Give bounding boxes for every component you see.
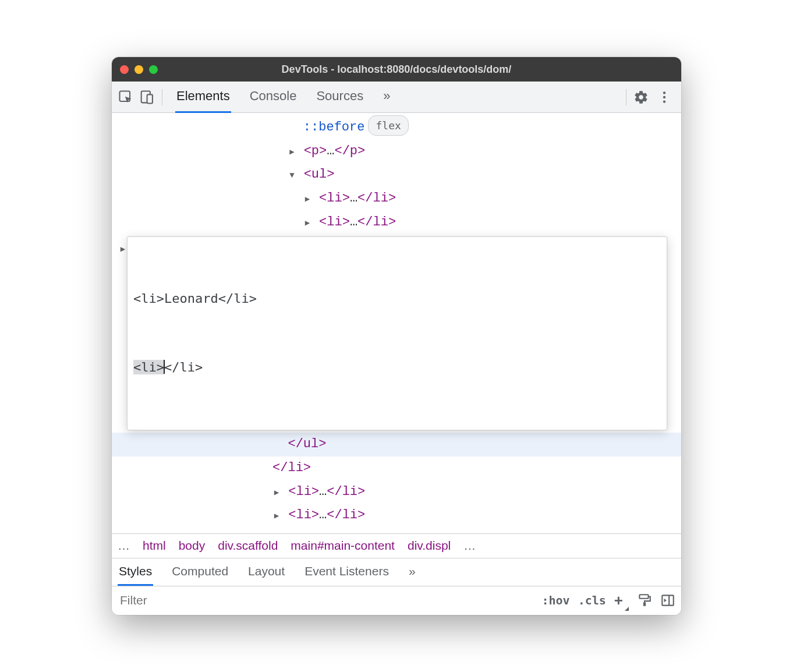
class-toggle-button[interactable]: .cls: [578, 593, 606, 607]
ul-close-row[interactable]: </ul>: [112, 433, 681, 457]
breadcrumb-overflow-right[interactable]: …: [463, 539, 476, 553]
close-window-button[interactable]: [120, 65, 129, 74]
layout-badge[interactable]: flex: [368, 115, 408, 136]
expand-caret-icon[interactable]: [288, 145, 296, 160]
svg-rect-6: [639, 595, 648, 599]
styles-tab-layout[interactable]: Layout: [247, 558, 286, 586]
breadcrumb-item[interactable]: html: [143, 539, 166, 553]
svg-point-5: [663, 100, 665, 102]
hover-toggle-button[interactable]: :hov: [541, 593, 569, 607]
styles-filter-input[interactable]: [118, 590, 533, 610]
svg-rect-7: [643, 603, 646, 607]
styles-tab-styles[interactable]: Styles: [118, 558, 153, 586]
expand-caret-icon[interactable]: [272, 509, 281, 524]
styles-tab-event-listeners[interactable]: Event Listeners: [303, 558, 390, 586]
pseudo-selector: ::before: [303, 120, 365, 135]
pseudo-before-row[interactable]: ::beforeflex: [112, 115, 681, 140]
ul-open-row[interactable]: <ul>: [112, 163, 681, 187]
styles-tab-computed[interactable]: Computed: [171, 558, 229, 586]
tab-elements[interactable]: Elements: [175, 82, 231, 113]
expand-caret-icon[interactable]: [119, 242, 127, 257]
breadcrumb-item[interactable]: main#main-content: [291, 539, 395, 553]
li-element-row[interactable]: <li>…</li>: [112, 211, 681, 235]
expand-caret-icon[interactable]: [272, 486, 281, 501]
expand-caret-icon[interactable]: [303, 192, 311, 207]
styles-tabs-overflow-button[interactable]: »: [408, 558, 417, 586]
new-style-rule-button[interactable]: +: [614, 592, 629, 610]
styles-filter-row: :hov .cls +: [112, 586, 681, 615]
html-edit-box[interactable]: <li>Leonard</li> <li></li>: [127, 236, 667, 430]
collapse-caret-icon[interactable]: [288, 168, 296, 183]
traffic-lights: [120, 65, 158, 74]
tab-sources[interactable]: Sources: [315, 82, 364, 113]
dom-tree-panel[interactable]: ::beforeflex <p>…</p> <ul> <li>…</li> <l…: [112, 113, 681, 533]
expand-caret-icon[interactable]: [303, 216, 311, 231]
li-element-row[interactable]: <li>…</li>: [112, 187, 681, 211]
main-tabs: Elements Console Sources »: [169, 82, 619, 113]
breadcrumb-overflow-left[interactable]: …: [118, 539, 130, 553]
breadcrumb-item[interactable]: div.displ: [408, 539, 451, 553]
tabs-overflow-button[interactable]: »: [382, 82, 391, 113]
minimize-window-button[interactable]: [134, 65, 143, 74]
svg-rect-8: [662, 596, 674, 606]
toolbar-divider: [626, 89, 626, 105]
styles-tabs: Styles Computed Layout Event Listeners »: [112, 558, 681, 586]
li-element-row[interactable]: <li>…</li>: [112, 480, 681, 504]
titlebar: DevTools - localhost:8080/docs/devtools/…: [112, 57, 681, 82]
li-close-row[interactable]: </li>: [112, 457, 681, 480]
devtools-window: DevTools - localhost:8080/docs/devtools/…: [112, 57, 681, 615]
paint-format-icon[interactable]: [637, 593, 652, 608]
edit-line: <li>Leonard</li>: [133, 287, 661, 310]
li-element-row[interactable]: <li>…</li>: [112, 504, 681, 528]
toolbar-divider: [162, 89, 162, 105]
main-toolbar: Elements Console Sources »: [112, 82, 681, 113]
edit-line: <li></li>: [133, 356, 661, 379]
breadcrumb-item[interactable]: div.scaffold: [218, 539, 278, 553]
svg-point-4: [663, 96, 665, 98]
inspect-element-icon[interactable]: [118, 89, 134, 105]
device-toggle-icon[interactable]: [139, 89, 155, 105]
maximize-window-button[interactable]: [149, 65, 158, 74]
svg-rect-2: [147, 94, 153, 103]
kebab-menu-icon[interactable]: [657, 90, 672, 105]
tab-console[interactable]: Console: [249, 82, 298, 113]
p-element-row[interactable]: <p>…</p>: [112, 140, 681, 164]
window-title: DevTools - localhost:8080/docs/devtools/…: [282, 63, 512, 76]
li-editing-row[interactable]: <li>Leonard</li> <li></li>: [112, 234, 681, 433]
dropdown-corner-icon: [625, 607, 629, 611]
toggle-sidebar-icon[interactable]: [660, 593, 675, 608]
breadcrumb-item[interactable]: body: [179, 539, 206, 553]
gear-icon[interactable]: [633, 90, 649, 105]
svg-point-3: [663, 91, 665, 94]
dom-breadcrumb[interactable]: … html body div.scaffold main#main-conte…: [112, 533, 681, 558]
